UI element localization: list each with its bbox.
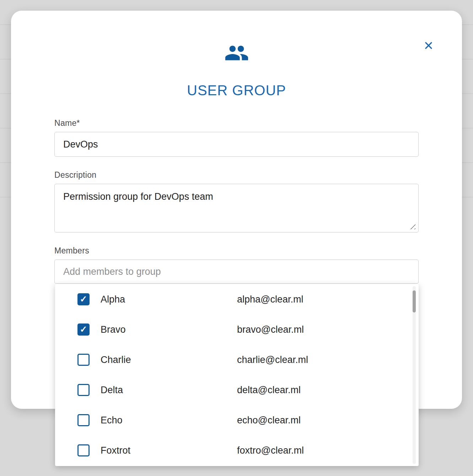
member-name: Charlie bbox=[101, 354, 131, 365]
close-icon bbox=[423, 40, 434, 51]
member-name: Foxtrot bbox=[101, 445, 130, 456]
member-email: delta@clear.ml bbox=[237, 384, 301, 395]
page-background: USER GROUP Name* Description Permission … bbox=[0, 0, 473, 476]
member-checkbox[interactable] bbox=[77, 293, 90, 305]
members-label: Members bbox=[54, 246, 419, 256]
member-email: echo@clear.ml bbox=[237, 415, 301, 426]
member-email: charlie@clear.ml bbox=[237, 354, 308, 365]
member-name: Bravo bbox=[101, 324, 126, 335]
member-row[interactable]: Echo echo@clear.ml bbox=[55, 405, 419, 435]
members-dropdown-list: Alpha alpha@clear.ml Bravo bravo@clear.m… bbox=[55, 284, 419, 465]
name-label: Name* bbox=[54, 118, 419, 128]
member-name: Alpha bbox=[101, 294, 125, 305]
name-input[interactable] bbox=[54, 132, 419, 157]
member-email: bravo@clear.ml bbox=[237, 324, 304, 335]
member-checkbox[interactable] bbox=[77, 354, 90, 366]
member-checkbox[interactable] bbox=[77, 444, 90, 456]
member-email: alpha@clear.ml bbox=[237, 294, 303, 305]
description-textarea[interactable]: Permission group for DevOps team bbox=[54, 184, 419, 232]
members-search-input[interactable] bbox=[54, 260, 419, 284]
close-button[interactable] bbox=[421, 38, 436, 53]
description-field: Permission group for DevOps team bbox=[54, 184, 419, 232]
member-row[interactable]: Charlie charlie@clear.ml bbox=[55, 344, 419, 375]
member-checkbox[interactable] bbox=[77, 414, 90, 426]
user-group-icon bbox=[224, 41, 249, 65]
member-row[interactable]: Delta delta@clear.ml bbox=[55, 375, 419, 405]
member-row[interactable]: Bravo bravo@clear.ml bbox=[55, 314, 419, 344]
member-name: Delta bbox=[101, 384, 123, 395]
member-checkbox[interactable] bbox=[77, 384, 90, 396]
description-label: Description bbox=[54, 170, 419, 180]
member-name: Echo bbox=[101, 415, 123, 426]
modal-title: USER GROUP bbox=[54, 82, 419, 98]
dropdown-scrollbar[interactable] bbox=[413, 286, 416, 464]
member-row[interactable]: Alpha alpha@clear.ml bbox=[55, 284, 419, 314]
member-email: foxtro@clear.ml bbox=[237, 445, 304, 456]
members-dropdown: Alpha alpha@clear.ml Bravo bravo@clear.m… bbox=[55, 284, 419, 466]
member-checkbox[interactable] bbox=[77, 323, 90, 336]
member-row[interactable]: Foxtrot foxtro@clear.ml bbox=[55, 435, 419, 465]
dropdown-scrollbar-thumb[interactable] bbox=[413, 290, 416, 312]
